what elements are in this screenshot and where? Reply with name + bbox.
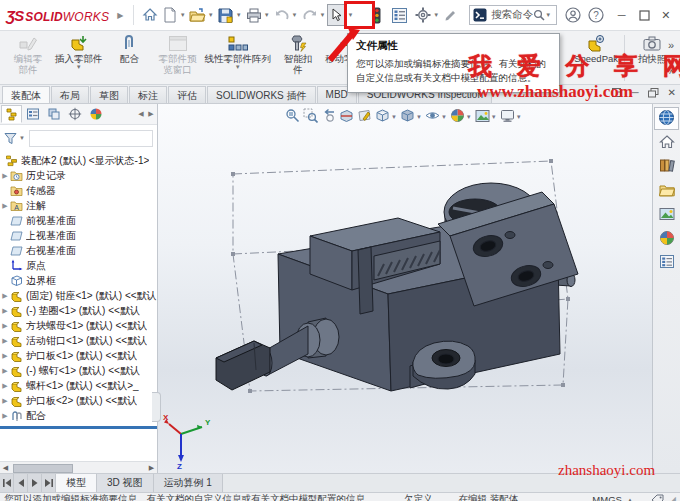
expand-arrow-icon[interactable]: ▶ [0, 307, 10, 315]
tree-item-15[interactable]: ▶螺杆<1> (默认) <<默认>_ [0, 378, 157, 393]
doc-tab-2[interactable]: 运动算例 1 [154, 474, 223, 492]
dropdown-arrow-icon[interactable]: ▼ [76, 64, 82, 71]
dropdown-arrow-icon[interactable]: ▼ [292, 12, 298, 18]
tree-item-10[interactable]: ▶(-) 垫圈<1> (默认) <<默认 [0, 303, 157, 318]
ribbon-overflow-chevron[interactable]: » [668, 39, 674, 51]
scrollbar-thumb[interactable] [13, 464, 73, 473]
appearances-scenes-button[interactable] [654, 227, 679, 250]
ribbon-button-linear-pattern[interactable]: 线性零部件阵列▼ [202, 32, 275, 71]
expand-arrow-icon[interactable]: ▶ [0, 367, 10, 375]
tree-item-13[interactable]: ▶护口板<1> (默认) <<默认 [0, 348, 157, 363]
scroll-left-icon[interactable]: ◀ [0, 464, 11, 472]
tree-item-5[interactable]: 上视基准面 [0, 228, 157, 243]
dropdown-arrow-icon[interactable]: ▼ [441, 114, 447, 120]
fm-tabs-scroll-left-icon[interactable]: ◀ [136, 106, 146, 122]
tree-horizontal-scrollbar[interactable]: ◀ ▶ [0, 461, 157, 473]
expand-arrow-icon[interactable]: ▶ [0, 352, 10, 360]
tab-scroll-first-icon[interactable] [0, 474, 14, 492]
expand-arrow-icon[interactable]: ▶ [0, 202, 10, 210]
tab-scroll-prev-icon[interactable] [14, 474, 28, 492]
commandmanager-tab-5[interactable]: SOLIDWORKS 插件 [207, 86, 316, 103]
tree-item-4[interactable]: 前视基准面 [0, 213, 157, 228]
dropdown-arrow-icon[interactable]: ▼ [391, 114, 397, 120]
units-selector[interactable]: MMGS ▲ [592, 494, 633, 501]
tree-item-1[interactable]: ▶历史记录 [0, 168, 157, 183]
tab-scroll-next-icon[interactable] [28, 474, 42, 492]
annotation-view-button[interactable] [357, 108, 372, 125]
tree-item-7[interactable]: 原点 [0, 258, 157, 273]
rollback-bar[interactable] [0, 426, 157, 429]
scroll-right-icon[interactable]: ▶ [146, 464, 157, 472]
expand-arrow-icon[interactable]: ▶ [0, 397, 10, 405]
fm-tabs-scroll-right-icon[interactable]: ▶ [146, 106, 156, 122]
previous-view-button[interactable] [321, 108, 336, 125]
dropdown-arrow-icon[interactable]: ▼ [466, 114, 472, 120]
expand-arrow-icon[interactable]: ▶ [0, 382, 10, 390]
tree-item-0[interactable]: 装配体2 (默认) <显示状态-1> [0, 153, 157, 168]
tree-item-11[interactable]: ▶方块螺母<1> (默认) <<默认 [0, 318, 157, 333]
displaymanager-tab[interactable] [85, 105, 106, 123]
undo-button[interactable] [272, 4, 292, 26]
dropdown-arrow-icon[interactable]: ▼ [264, 12, 270, 18]
tab-scroll-last-icon[interactable] [42, 474, 56, 492]
apply-scene-button[interactable]: ▼ [475, 109, 497, 125]
redo-button[interactable] [300, 4, 320, 26]
tree-item-6[interactable]: 右视基准面 [0, 243, 157, 258]
tree-item-9[interactable]: ▶(固定) 钳座<1> (默认) <<默认 [0, 288, 157, 303]
dropdown-arrow-icon[interactable]: ▼ [208, 12, 214, 18]
featuremanager-tree-tab[interactable] [1, 105, 22, 123]
maximize-button[interactable] [634, 4, 654, 26]
dropdown-arrow-icon[interactable]: ▼ [416, 114, 422, 120]
print-button[interactable] [244, 4, 264, 26]
edit-appearance-button[interactable]: ▼ [450, 108, 472, 125]
commandmanager-tab-3[interactable]: 标注 [129, 86, 167, 103]
doc-tab-1[interactable]: 3D 视图 [97, 474, 154, 492]
options-gear-button[interactable] [413, 4, 433, 26]
doc-tab-0[interactable]: 模型 [56, 474, 97, 492]
home-button[interactable] [654, 131, 679, 154]
save-button[interactable] [216, 4, 236, 26]
home-button[interactable] [140, 4, 160, 26]
dropdown-arrow-icon[interactable]: ▼ [180, 12, 186, 18]
resources-globe-button[interactable] [654, 107, 679, 130]
search-icon[interactable] [533, 9, 545, 21]
view-palette-button[interactable] [654, 203, 679, 226]
dropdown-arrow-icon[interactable]: ▼ [516, 114, 522, 120]
menu-flyout-icon[interactable]: ▶ [117, 11, 123, 20]
dimxpertmanager-tab[interactable] [64, 105, 85, 123]
section-view-button[interactable] [339, 108, 354, 125]
zoom-area-button[interactable] [303, 108, 318, 125]
tree-item-14[interactable]: ▶(-) 螺钉<1> (默认) <<默认 [0, 363, 157, 378]
expand-arrow-icon[interactable]: ▶ [0, 172, 10, 180]
new-document-button[interactable] [160, 4, 180, 26]
ribbon-button-mate[interactable]: 配合 [106, 32, 154, 64]
feedback-icon[interactable] [441, 4, 461, 26]
view-settings-button[interactable]: ▼ [500, 109, 522, 125]
scrollbar-track[interactable] [11, 463, 146, 472]
close-button[interactable]: ✕ [656, 4, 676, 26]
commandmanager-tab-1[interactable]: 布局 [51, 86, 89, 103]
login-user-button[interactable] [563, 4, 583, 26]
design-library-button[interactable] [654, 155, 679, 178]
graphics-viewport[interactable]: ▼▼▼▼▼▼ [158, 104, 652, 473]
display-style-button[interactable]: ▼ [400, 108, 422, 125]
panel-splitter-handle[interactable] [152, 392, 161, 422]
file-properties-button[interactable] [390, 4, 410, 26]
commandmanager-tab-4[interactable]: 评估 [168, 86, 206, 103]
resize-grip-icon[interactable]: ◢ [670, 495, 676, 501]
doc-restore-icon[interactable] [648, 88, 659, 98]
configurationmanager-tab[interactable] [43, 105, 64, 123]
zoom-fit-button[interactable] [285, 108, 300, 125]
hide-show-items-button[interactable]: ▼ [425, 108, 447, 125]
filter-funnel-icon[interactable] [4, 132, 17, 145]
tree-item-17[interactable]: ▶配合 [0, 408, 157, 423]
tree-item-12[interactable]: ▶活动钳口<1> (默认) <<默认 [0, 333, 157, 348]
help-button[interactable]: ? [586, 4, 606, 26]
tree-item-3[interactable]: ▶A注解 [0, 198, 157, 213]
custom-properties-button[interactable] [654, 251, 679, 274]
dropdown-arrow-icon[interactable]: ▼ [235, 64, 241, 71]
tags-icon[interactable] [651, 494, 664, 501]
dropdown-arrow-icon[interactable]: ▼ [433, 12, 439, 18]
open-button[interactable] [188, 4, 208, 26]
dropdown-arrow-icon[interactable]: ▼ [320, 12, 326, 18]
